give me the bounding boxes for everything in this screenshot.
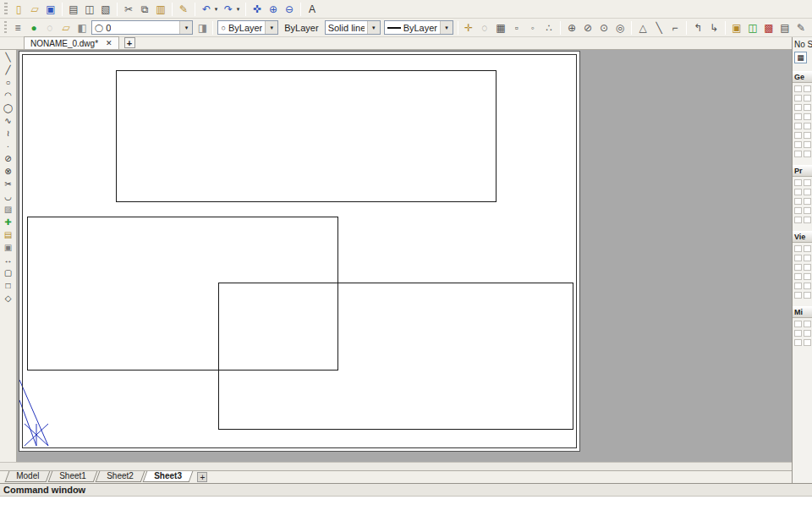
property-cell[interactable] [804,85,811,92]
property-cell[interactable] [804,283,811,289]
linetype-combo[interactable]: Solid line ▾ [325,20,381,35]
snap-tangent-icon[interactable]: ⊘ [580,20,595,36]
color-combo-arrow-icon[interactable]: ▾ [265,21,277,34]
snap-grid-icon[interactable]: ▦ [493,20,508,36]
document-tab[interactable]: NONAME_0.dwg* ✕ [24,36,119,49]
command-input[interactable] [0,497,812,505]
snap-reference-icon[interactable]: ◎ [612,20,628,36]
snap-middle-icon[interactable]: ◦ [525,20,540,36]
restrict-angle-icon[interactable]: △ [635,20,650,36]
next-position-icon[interactable]: ↳ [706,20,721,36]
image-icon[interactable]: ▣ [2,241,15,254]
snap-endpoint-icon[interactable]: ▫ [509,20,524,36]
previous-position-icon[interactable]: ↰ [690,20,705,36]
property-cell[interactable] [794,141,802,148]
property-cell[interactable] [804,123,811,129]
close-tab-icon[interactable]: ✕ [106,39,112,47]
property-cell[interactable] [804,104,811,111]
property-cell[interactable] [794,179,802,186]
sheet-tab-model[interactable]: Model [5,471,51,482]
paste-icon[interactable]: ▥ [153,2,168,17]
fillet-icon[interactable]: ◡ [2,190,15,203]
edit-text-icon[interactable]: ✎ [793,20,809,36]
zoom-in-icon[interactable]: ⊕ [266,2,281,17]
rectangle-entity-3[interactable] [218,283,573,430]
cut-icon[interactable]: ✂ [121,2,136,17]
property-cell[interactable] [804,151,811,157]
property-cell[interactable] [794,113,802,120]
snap-distance-icon[interactable]: ∴ [541,20,557,36]
property-grid-button[interactable]: ▦ [794,52,807,63]
trim-icon[interactable]: ✂ [2,178,15,190]
property-cell[interactable] [794,189,802,195]
pan-icon[interactable]: ✜ [250,2,265,17]
linetype-combo-arrow-icon[interactable]: ▾ [367,21,380,34]
restrict-horizontal-icon[interactable]: ╲ [651,20,667,36]
layer-combo-arrow-icon[interactable]: ▾ [179,21,192,34]
save-icon[interactable]: ▣ [43,2,58,17]
circle-icon[interactable]: ○ [2,76,15,89]
font-settings-icon[interactable]: A [304,2,320,17]
spline-icon[interactable]: ∿ [2,114,15,127]
block-list-icon[interactable]: ◫ [745,20,760,36]
layer-visible-icon[interactable]: ● [26,20,41,36]
property-cell[interactable] [794,123,802,129]
undo-dropdown-icon[interactable]: ▾ [212,2,220,17]
property-cell[interactable] [794,339,802,346]
property-cell[interactable] [794,245,802,252]
snap-center-icon[interactable]: ⊕ [564,20,579,36]
line-icon[interactable]: ╲ [2,51,15,63]
layer-combo[interactable]: ◯ 0 ▾ [91,20,193,35]
property-cell[interactable] [804,141,811,148]
property-cell[interactable] [794,207,802,214]
section-header-vie[interactable]: Vie [793,231,812,243]
tangent-circle-icon[interactable]: ⊘ [2,152,15,165]
property-cell[interactable] [804,255,811,261]
property-cell[interactable] [794,255,802,261]
restrict-orthogonal-icon[interactable]: ⌐ [667,20,683,36]
snap-quadrant-icon[interactable]: ⊙ [596,20,612,36]
redo-dropdown-icon[interactable]: ▾ [234,2,242,17]
layer-list-icon[interactable]: ≡ [10,20,25,36]
rectangle-entity-1[interactable] [116,70,497,202]
block-icon[interactable]: ▢ [2,266,15,279]
drawing-area[interactable] [17,50,792,462]
property-cell[interactable] [804,321,811,327]
property-cell[interactable] [794,132,802,139]
property-cell[interactable] [804,292,811,299]
paper-sheet[interactable] [19,51,580,452]
construction-line-icon[interactable]: ╱ [2,63,15,76]
point-icon[interactable]: ∙ [2,140,15,152]
arc-icon[interactable]: ◠ [2,89,15,102]
text-icon[interactable]: ▤ [2,228,15,241]
polygon-icon[interactable]: ◇ [2,292,15,305]
command-window-title[interactable]: Command window [0,483,812,497]
property-cell[interactable] [804,207,811,214]
property-cell[interactable] [804,245,811,252]
color-combo[interactable]: ○ ByLayer ▾ [217,20,278,35]
layer-pen-icon[interactable]: ◨ [195,20,210,36]
property-cell[interactable] [804,217,811,223]
property-cell[interactable] [794,95,802,102]
new-tab-button[interactable]: + [124,37,135,48]
property-cell[interactable] [804,189,811,195]
property-cell[interactable] [804,198,811,205]
section-header-mi[interactable]: Mi [793,306,812,318]
layer-add-icon[interactable]: ▱ [58,20,74,36]
selection-rect-icon[interactable]: □ [2,279,15,292]
new-file-icon[interactable]: ▯ [11,2,26,17]
print-icon[interactable]: ▤ [66,2,81,17]
concentric-circle-icon[interactable]: ⊗ [2,165,15,178]
property-cell[interactable] [794,292,802,299]
draw-pencil-icon[interactable]: ✎ [176,2,191,17]
property-cell[interactable] [794,264,802,271]
property-cell[interactable] [804,273,811,280]
property-cell[interactable] [794,273,802,280]
property-cell[interactable] [804,330,811,337]
property-cell[interactable] [794,321,802,327]
copy-icon[interactable]: ⧉ [137,2,152,17]
dimension-icon[interactable]: ↔ [2,254,15,266]
open-file-icon[interactable]: ▱ [27,2,42,17]
sheet-tab-sheet2[interactable]: Sheet2 [96,471,145,482]
create-block-icon[interactable]: ▣ [729,20,744,36]
